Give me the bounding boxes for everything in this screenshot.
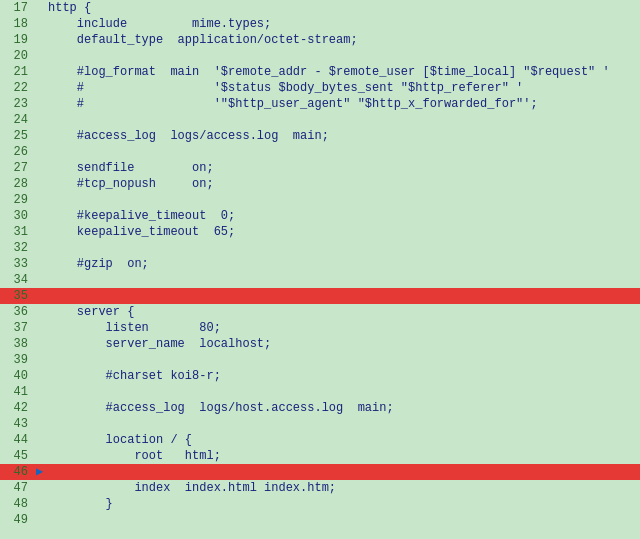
line-number: 49 [0,512,36,528]
line-content: #access_log logs/host.access.log main; [48,400,640,416]
code-line: 21 #log_format main '$remote_addr - $rem… [0,64,640,80]
line-number: 28 [0,176,36,192]
line-number: 39 [0,352,36,368]
line-content: # '"$http_user_agent" "$http_x_forwarded… [48,96,640,112]
line-number: 30 [0,208,36,224]
code-line: 29 [0,192,640,208]
code-line: 39 [0,352,640,368]
line-number: 48 [0,496,36,512]
line-content: #access_log logs/access.log main; [48,128,640,144]
line-content: #log_format main '$remote_addr - $remote… [48,64,640,80]
code-line: 45 root html; [0,448,640,464]
line-number: 34 [0,272,36,288]
line-number: 31 [0,224,36,240]
line-number: 41 [0,384,36,400]
line-number: 21 [0,64,36,80]
line-content: #charset koi8-r; [48,368,640,384]
line-number: 17 [0,0,36,16]
line-number: 42 [0,400,36,416]
line-content: location / { [48,432,640,448]
line-number: 43 [0,416,36,432]
line-number: 40 [0,368,36,384]
code-line: 27 sendfile on; [0,160,640,176]
code-line: 47 index index.html index.htm; [0,480,640,496]
code-line: 46▶ [0,464,640,480]
line-number: 46 [0,464,36,480]
line-content: #keepalive_timeout 0; [48,208,640,224]
code-line: 40 #charset koi8-r; [0,368,640,384]
line-number: 45 [0,448,36,464]
code-line: 20 [0,48,640,64]
code-line: 38 server_name localhost; [0,336,640,352]
line-number: 18 [0,16,36,32]
code-line: 44 location / { [0,432,640,448]
line-content: server_name localhost; [48,336,640,352]
code-line: 19 default_type application/octet-stream… [0,32,640,48]
line-number: 35 [0,288,36,304]
code-line: 22 # '$status $body_bytes_sent "$http_re… [0,80,640,96]
code-line: 36 server { [0,304,640,320]
code-line: 34 [0,272,640,288]
code-line: 26 [0,144,640,160]
line-number: 22 [0,80,36,96]
line-number: 33 [0,256,36,272]
line-number: 29 [0,192,36,208]
code-line: 25 #access_log logs/access.log main; [0,128,640,144]
code-line: 18 include mime.types; [0,16,640,32]
code-line: 33 #gzip on; [0,256,640,272]
line-arrow-indicator: ▶ [36,464,48,480]
line-number: 23 [0,96,36,112]
line-content: default_type application/octet-stream; [48,32,640,48]
line-content: # '$status $body_bytes_sent "$http_refer… [48,80,640,96]
code-line: 49 [0,512,640,528]
line-content: sendfile on; [48,160,640,176]
code-line: 31 keepalive_timeout 65; [0,224,640,240]
line-number: 19 [0,32,36,48]
line-content: #tcp_nopush on; [48,176,640,192]
code-line: 24 [0,112,640,128]
line-content: } [48,496,640,512]
line-number: 32 [0,240,36,256]
line-number: 24 [0,112,36,128]
code-line: 43 [0,416,640,432]
code-line: 35 [0,288,640,304]
line-number: 26 [0,144,36,160]
line-content: #gzip on; [48,256,640,272]
line-number: 47 [0,480,36,496]
line-content: keepalive_timeout 65; [48,224,640,240]
code-line: 17 http { [0,0,640,16]
code-line: 32 [0,240,640,256]
line-content: server { [48,304,640,320]
line-content: http { [48,0,640,16]
code-line: 37 listen 80; [0,320,640,336]
line-number: 27 [0,160,36,176]
code-line: 28 #tcp_nopush on; [0,176,640,192]
line-number: 44 [0,432,36,448]
line-number: 20 [0,48,36,64]
line-content: include mime.types; [48,16,640,32]
code-line: 48 } [0,496,640,512]
line-number: 36 [0,304,36,320]
code-line: 41 [0,384,640,400]
code-line: 42 #access_log logs/host.access.log main… [0,400,640,416]
code-editor: 17 http {18 include mime.types;19 defaul… [0,0,640,539]
line-number: 38 [0,336,36,352]
line-content: listen 80; [48,320,640,336]
line-content: root html; [48,448,640,464]
code-line: 23 # '"$http_user_agent" "$http_x_forwar… [0,96,640,112]
line-content: index index.html index.htm; [48,480,640,496]
code-line: 30 #keepalive_timeout 0; [0,208,640,224]
line-number: 25 [0,128,36,144]
line-number: 37 [0,320,36,336]
